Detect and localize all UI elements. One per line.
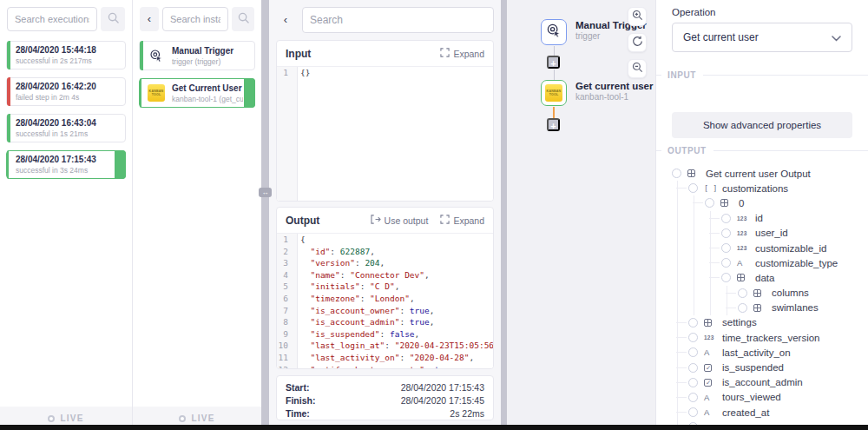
tree-tick (676, 352, 687, 353)
step-item[interactable]: Manual Triggertrigger (trigger) (139, 41, 255, 70)
line-content: "last_activity_on": "2020-04-28", (293, 352, 474, 364)
input-card: Input Expand 1{} (276, 40, 494, 202)
selected-marker (244, 78, 255, 108)
execution-date: 28/04/2020 17:15:43 (16, 155, 118, 164)
zoom-in-icon (632, 10, 643, 23)
line-number: 1 (277, 234, 293, 246)
tree-node-customizable-id[interactable]: 123customizable_id (665, 241, 852, 255)
instance-panel: ‹ Manual Triggertrigger (trigger)KANBANT… (133, 0, 261, 430)
panel-splitter[interactable] (261, 0, 269, 430)
selected-marker (115, 150, 126, 179)
input-code-editor[interactable]: 1{} (277, 67, 493, 201)
tree-node-data[interactable]: data (665, 270, 852, 285)
num-type-icon: 123 (737, 215, 752, 222)
tree-tick (709, 218, 720, 219)
zoom-in-button[interactable] (628, 7, 647, 26)
input-expand-button[interactable]: Expand (440, 48, 484, 59)
code-line: 9 "is_suspended": false, (277, 328, 493, 341)
execution-item[interactable]: 28/04/2020 17:15:43successful in 3s 24ms (6, 150, 126, 179)
tree-node-0[interactable]: 0 (665, 195, 852, 210)
tree-node-radio[interactable] (688, 363, 698, 373)
tree-node-customizable-type[interactable]: Acustomizable_type (665, 255, 852, 270)
tree-node-time-trackers-version[interactable]: 123time_trackers_version (665, 330, 852, 345)
zoom-out-button[interactable] (628, 59, 647, 78)
executions-search-button[interactable] (101, 7, 125, 31)
add-step-button[interactable] (547, 56, 560, 69)
refresh-button[interactable] (628, 33, 647, 52)
io-panel: ‹ Input Expand 1{} Output (269, 0, 501, 430)
tree-rail (677, 181, 678, 195)
tree-node-radio[interactable] (721, 228, 731, 238)
step-text: Manual Triggertrigger (trigger) (172, 46, 233, 66)
instance-search-input[interactable] (162, 7, 228, 31)
tree-node-user-id[interactable]: 123user_id (665, 226, 852, 241)
add-step-button[interactable] (547, 118, 560, 131)
tree-node-is-account-admin[interactable]: is_account_admin (665, 375, 852, 390)
workflow-diagram: Manual Trigger trigger KANBANTOOL Get cu… (507, 0, 655, 430)
tree-node-swimlanes[interactable]: swimlanes (665, 301, 852, 315)
tree-node-radio[interactable] (721, 273, 731, 282)
use-output-button[interactable]: Use output (371, 215, 429, 226)
instance-back-button[interactable]: ‹ (140, 7, 159, 31)
tree-node-radio[interactable] (688, 407, 698, 417)
step-item[interactable]: KANBANTOOLGet Current Userkanban-tool-1 … (139, 78, 255, 108)
tree-node-radio[interactable] (705, 198, 714, 208)
io-back-button[interactable]: ‹ (276, 8, 295, 32)
tree-node-radio[interactable] (721, 258, 731, 268)
instance-search-bar: ‹ (133, 0, 261, 38)
operation-value: Get current user (683, 31, 759, 43)
line-number: 4 (277, 269, 293, 281)
execution-item[interactable]: 28/04/2020 15:44:18successful in 2s 217m… (6, 41, 126, 69)
tree-node-radio[interactable] (688, 183, 698, 193)
tree-node-radio[interactable] (688, 333, 698, 342)
get-current-user-node[interactable]: KANBANTOOL (541, 80, 567, 106)
tree-node-tours-viewed[interactable]: Atours_viewed (665, 390, 852, 405)
tree-node-is-suspended[interactable]: is_suspended (665, 360, 852, 374)
tree-node-radio[interactable] (721, 214, 731, 223)
tree-node-label: id (755, 213, 763, 223)
tree-node-columns[interactable]: columns (665, 286, 852, 301)
app-root: 28/04/2020 15:44:18successful in 2s 217m… (0, 0, 868, 430)
instance-search-button[interactable] (232, 7, 254, 31)
tree-node-radio[interactable] (688, 393, 698, 402)
execution-item[interactable]: 28/04/2020 16:42:20failed step in 2m 4s (6, 77, 126, 106)
manual-trigger-node[interactable] (541, 19, 567, 45)
io-search-input[interactable] (302, 7, 494, 33)
executions-search-input[interactable] (7, 7, 97, 31)
tree-node-radio[interactable] (688, 318, 698, 327)
output-card: Output Use output Expand (276, 207, 494, 369)
runtime-label: Time: (286, 408, 310, 419)
show-advanced-properties-button[interactable]: Show advanced properties (672, 112, 852, 138)
tree-node-created-at[interactable]: Acreated_at (665, 405, 852, 420)
manual-trigger-icon (545, 22, 562, 43)
output-expand-button[interactable]: Expand (440, 215, 484, 226)
manual-trigger-icon (147, 48, 166, 63)
tree-rail (677, 211, 678, 226)
tree-node-customizations[interactable]: [ ]customizations (665, 181, 852, 195)
runtime-label: Start: (286, 382, 309, 393)
tree-node-last-activity-on[interactable]: Alast_activity_on (665, 345, 852, 360)
tree-node-radio[interactable] (738, 288, 747, 298)
execution-item[interactable]: 28/04/2020 16:43:04successful in 1s 21ms (6, 114, 126, 142)
tree-node-get-current-user-output[interactable]: Get current user Output (665, 166, 852, 181)
panel-splitter[interactable] (501, 0, 507, 430)
tree-node-radio[interactable] (672, 169, 681, 178)
tree-node-settings[interactable]: settings (665, 315, 852, 330)
tree-rail (677, 390, 678, 405)
tree-node-radio[interactable] (721, 243, 731, 253)
execution-date: 28/04/2020 16:43:04 (16, 118, 118, 128)
output-code-editor[interactable]: 1{2 "id": 622887,3 "version": 204,4 "nam… (277, 234, 493, 368)
step-text: Get Current Userkanban-tool-1 (get_curre… (172, 83, 243, 103)
tree-node-label: settings (722, 317, 757, 327)
diagram-controls (628, 7, 647, 78)
line-content: "is_suspended": false, (293, 328, 419, 341)
splitter-drag-handle[interactable] (259, 188, 272, 197)
tree-node-id[interactable]: 123id (665, 211, 852, 226)
output-card-header: Output Use output Expand (277, 208, 493, 234)
tree-node-radio[interactable] (738, 303, 747, 313)
operation-select[interactable]: Get current user (672, 23, 852, 52)
tree-node-radio[interactable] (688, 347, 698, 357)
tree-node-radio[interactable] (688, 378, 698, 387)
tree-node-label: last_activity_on (722, 347, 791, 358)
tree-rail (677, 405, 678, 420)
